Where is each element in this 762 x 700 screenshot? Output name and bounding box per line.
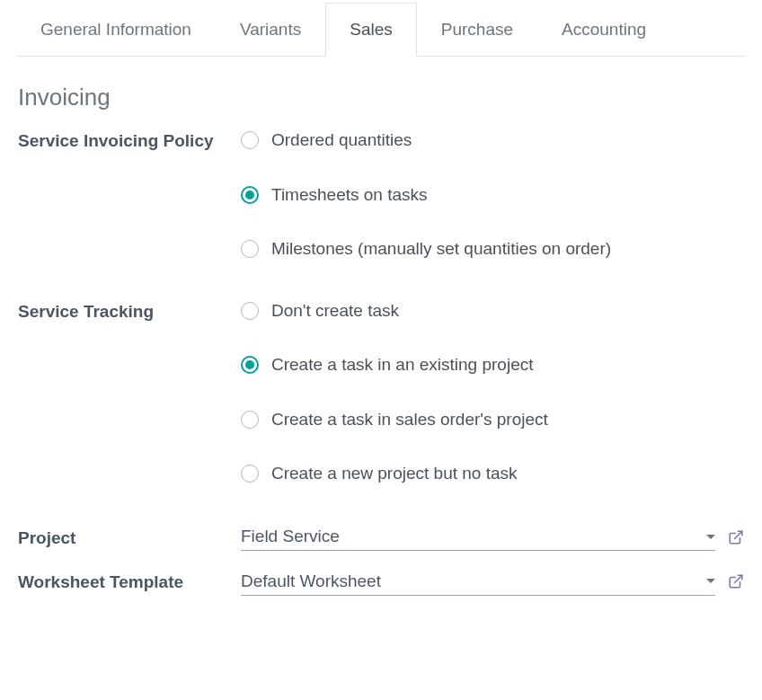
radio-label: Ordered quantities [271, 128, 412, 154]
radio-icon [241, 411, 259, 429]
radio-create-task-existing-project[interactable]: Create a task in an existing project [241, 352, 744, 378]
radio-icon [241, 465, 259, 483]
chevron-down-icon [706, 535, 715, 539]
project-value: Field Service [241, 527, 340, 546]
radio-label: Create a task in an existing project [271, 352, 534, 378]
radio-icon [241, 356, 259, 374]
svg-line-1 [735, 576, 742, 583]
radio-create-new-project-no-task[interactable]: Create a new project but no task [241, 461, 744, 487]
radio-icon [241, 240, 259, 258]
service-tracking-row: Service Tracking Don't create task Creat… [18, 298, 744, 509]
tab-general-information[interactable]: General Information [16, 3, 216, 57]
radio-label: Timesheets on tasks [271, 182, 428, 208]
svg-line-0 [735, 531, 742, 538]
radio-timesheets-on-tasks[interactable]: Timesheets on tasks [241, 182, 744, 208]
project-select[interactable]: Field Service [241, 523, 715, 551]
tabs-bar: General Information Variants Sales Purch… [16, 0, 746, 57]
radio-icon [241, 302, 259, 320]
radio-label: Create a new project but no task [271, 461, 518, 487]
radio-label: Don't create task [271, 298, 399, 324]
tab-sales[interactable]: Sales [325, 3, 417, 57]
chevron-down-icon [706, 579, 715, 583]
tab-purchase[interactable]: Purchase [417, 3, 537, 57]
worksheet-row: Worksheet Template Default Worksheet [18, 568, 744, 596]
tab-variants[interactable]: Variants [216, 3, 325, 57]
external-link-icon[interactable] [728, 529, 744, 545]
service-tracking-options: Don't create task Create a task in an ex… [241, 298, 744, 487]
invoicing-policy-row: Service Invoicing Policy Ordered quantit… [18, 128, 744, 284]
invoicing-policy-label: Service Invoicing Policy [18, 128, 241, 155]
tab-accounting[interactable]: Accounting [537, 3, 670, 57]
invoicing-policy-options: Ordered quantities Timesheets on tasks M… [241, 128, 744, 262]
worksheet-label: Worksheet Template [18, 568, 241, 596]
worksheet-select[interactable]: Default Worksheet [241, 568, 715, 596]
radio-milestones[interactable]: Milestones (manually set quantities on o… [241, 236, 744, 262]
radio-icon [241, 186, 259, 204]
project-label: Project [18, 523, 241, 552]
section-title: Invoicing [18, 84, 744, 111]
radio-ordered-quantities[interactable]: Ordered quantities [241, 128, 744, 154]
radio-dont-create-task[interactable]: Don't create task [241, 298, 744, 324]
radio-icon [241, 131, 259, 149]
radio-label: Create a task in sales order's project [271, 407, 548, 433]
service-tracking-label: Service Tracking [18, 298, 241, 325]
radio-create-task-sales-order-project[interactable]: Create a task in sales order's project [241, 407, 744, 433]
project-row: Project Field Service [18, 523, 744, 552]
worksheet-value: Default Worksheet [241, 572, 381, 591]
external-link-icon[interactable] [728, 573, 744, 589]
radio-label: Milestones (manually set quantities on o… [271, 236, 611, 262]
tab-content: Invoicing Service Invoicing Policy Order… [0, 57, 762, 596]
